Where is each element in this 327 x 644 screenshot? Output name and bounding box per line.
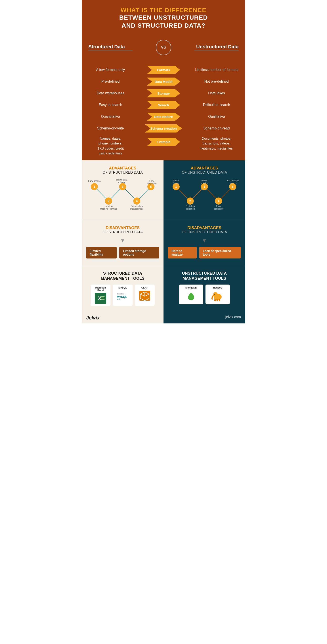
unstructured-title: Unstructured Data xyxy=(194,44,238,51)
svg-text:format: format xyxy=(173,182,180,184)
disadv-structured-item-1: Limited flexibility xyxy=(86,247,117,258)
tools-structured: STRUCTURED DATAMANAGEMENT TOOLS Microsof… xyxy=(82,265,164,312)
footer-right: jelvix.com xyxy=(164,312,245,324)
svg-text:1: 1 xyxy=(94,185,95,188)
svg-text:integration: integration xyxy=(147,182,157,185)
tools-unstructured: UNSTRUCTURED DATAMANAGEMENT TOOLS MongoD… xyxy=(164,265,245,312)
storage-right: Data lakes xyxy=(194,91,238,96)
tools-structured-cards: Microsoft Excel X MySQL xyxy=(86,284,159,306)
structured-title: Structured Data xyxy=(88,44,132,51)
disadvantages-grid: DISADVANTAGES OF STRUCTURED DATA ▼ Limit… xyxy=(82,220,245,265)
comparison-row-example: Names, dates,phone numbers,SKU codes, cr… xyxy=(82,134,245,160)
datamodel-right: Not pre-defined xyxy=(194,79,238,84)
adv-unstructured-title: ADVANTAGES xyxy=(168,166,241,170)
svg-text:INCLUDES: INCLUDES xyxy=(117,293,124,295)
svg-text:Simple data: Simple data xyxy=(116,178,128,181)
svg-text:mining: mining xyxy=(118,181,124,184)
disadv-unstructured-item-2: Lack of specialized tools xyxy=(199,247,241,258)
disadv-unstructured-title: DISADVANTAGES xyxy=(168,226,241,230)
svg-point-65 xyxy=(213,292,218,297)
tools-unstructured-cards: MongoDB Hadoop xyxy=(168,284,241,304)
disadv-structured-title: DISADVANTAGES xyxy=(86,226,159,230)
tool-mongodb-label: MongoDB xyxy=(182,286,200,289)
storage-left: Data warehouses xyxy=(88,91,132,96)
comparison-row-storage: Data warehouses Storage Data lakes xyxy=(82,88,245,99)
formats-badge: Formats xyxy=(147,66,180,74)
formats-right: Limitless number of formats xyxy=(194,68,238,72)
svg-text:Better: Better xyxy=(202,180,208,182)
storage-badge: Storage xyxy=(147,89,180,98)
vs-badge: VS xyxy=(156,40,171,55)
tool-excel: Microsoft Excel X xyxy=(90,284,110,306)
tools-structured-title: STRUCTURED DATAMANAGEMENT TOOLS xyxy=(86,271,159,281)
svg-text:Secure data: Secure data xyxy=(131,205,143,208)
adv-unstructured-subtitle: OF UNSTRUCTURED DATA xyxy=(168,170,241,174)
svg-text:Fast data: Fast data xyxy=(186,205,195,208)
example-right: Documents, photos,transcripts, videos,he… xyxy=(194,136,238,151)
svg-text:On-demand: On-demand xyxy=(227,180,239,182)
footer: Jelvix jelvix.com xyxy=(82,312,245,324)
tool-mongodb-icon xyxy=(182,290,200,302)
schema-right: Schema-on-read xyxy=(194,126,238,131)
svg-rect-67 xyxy=(216,299,218,301)
tool-mysql-icon: INCLUDES MySQL MySQL xyxy=(116,290,129,301)
search-left: Easy to search xyxy=(88,102,132,107)
footer-left: Jelvix xyxy=(82,312,164,324)
comparison-row-search: Easy to search Search Difficult to searc… xyxy=(82,99,245,111)
svg-text:3: 3 xyxy=(122,185,124,188)
svg-rect-51 xyxy=(100,299,104,300)
footer-brand: Jelvix xyxy=(86,315,159,321)
example-left: Names, dates,phone numbers,SKU codes, cr… xyxy=(88,136,132,156)
svg-point-69 xyxy=(214,294,215,295)
svg-rect-50 xyxy=(100,298,104,298)
svg-text:1: 1 xyxy=(175,185,177,188)
svg-text:access: access xyxy=(230,182,236,184)
advantages-grid: ADVANTAGES OF STRUCTURED DATA 1 Easy acc… xyxy=(82,160,245,220)
datamodel-left: Pre-defined xyxy=(88,79,132,84)
vs-header-row: Structured Data VS Unstructured Data xyxy=(88,40,238,55)
svg-text:collection: collection xyxy=(186,208,195,210)
svg-rect-68 xyxy=(219,299,220,301)
svg-text:insights: insights xyxy=(200,182,208,184)
svg-text:Easy: Easy xyxy=(149,180,154,182)
svg-text:4: 4 xyxy=(136,199,138,203)
disadv-unstructured-badges: Hard to analyze Lack of specialized tool… xyxy=(168,247,241,258)
tool-olap: OLAP xyxy=(135,284,155,306)
svg-text:5: 5 xyxy=(232,185,234,188)
svg-text:4: 4 xyxy=(218,199,220,203)
tools-grid: STRUCTURED DATAMANAGEMENT TOOLS Microsof… xyxy=(82,265,245,312)
svg-rect-66 xyxy=(214,299,216,301)
tool-excel-icon: X xyxy=(94,293,107,304)
header-title-main: BETWEEN UNSTRUCTUREDAND STRUCTURED DATA? xyxy=(86,14,241,30)
header: WHAT IS THE DIFFERENCE BETWEEN UNSTRUCTU… xyxy=(82,0,245,35)
disadv-unstructured-item-1: Hard to analyze xyxy=(168,247,197,258)
comparison-row-formats: A few formats only Formats Limitless num… xyxy=(82,64,245,76)
tool-mongodb: MongoDB xyxy=(179,284,203,304)
svg-text:MySQL: MySQL xyxy=(117,295,127,298)
example-badge: Example xyxy=(147,138,180,146)
datanature-right: Qualitative xyxy=(194,114,238,119)
disadv-structured-subtitle: OF STRUCTURED DATA xyxy=(86,230,159,234)
comparison-section: A few formats only Formats Limitless num… xyxy=(82,64,245,160)
tool-olap-label: OLAP xyxy=(137,286,152,289)
svg-rect-49 xyxy=(100,296,104,297)
vs-section: Structured Data VS Unstructured Data xyxy=(82,35,245,64)
datamodel-badge: Data Model xyxy=(147,78,180,86)
svg-text:scalability: scalability xyxy=(214,208,223,210)
svg-text:machine learning: machine learning xyxy=(100,208,117,210)
search-right: Difficult to search xyxy=(194,102,238,107)
schema-left: Schema-on-write xyxy=(88,126,132,131)
svg-text:MySQL: MySQL xyxy=(117,299,122,300)
svg-text:management: management xyxy=(130,208,144,210)
tool-hadoop-icon xyxy=(209,290,226,302)
svg-text:2: 2 xyxy=(189,199,191,203)
svg-text:5: 5 xyxy=(150,185,152,188)
tool-hadoop-label: Hadoop xyxy=(209,286,226,289)
disadv-unstructured-arrow: ▼ xyxy=(168,238,241,244)
tools-unstructured-title: UNSTRUCTURED DATAMANAGEMENT TOOLS xyxy=(168,271,241,281)
tool-mysql: MySQL INCLUDES MySQL MySQL xyxy=(113,284,132,306)
advantages-unstructured: ADVANTAGES OF UNSTRUCTURED DATA 1 Native… xyxy=(164,160,245,220)
disadv-structured-item-2: Limited storage options xyxy=(119,247,159,258)
disadv-unstructured-subtitle: OF UNSTRUCTURED DATA xyxy=(168,230,241,234)
tool-olap-icon xyxy=(138,290,151,301)
